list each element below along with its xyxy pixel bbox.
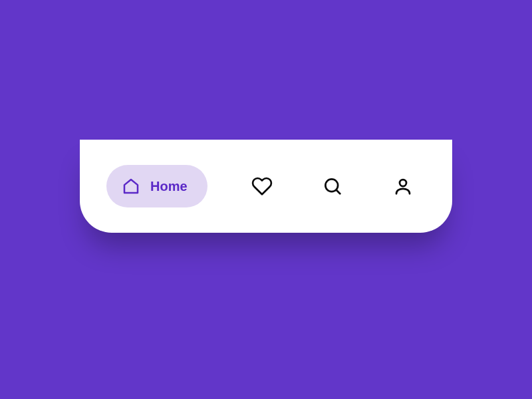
nav-item-search[interactable] <box>317 165 348 207</box>
svg-line-1 <box>336 190 340 194</box>
bottom-navigation: Home <box>80 140 452 233</box>
home-icon <box>121 176 141 196</box>
nav-item-home[interactable]: Home <box>106 165 207 207</box>
heart-icon <box>251 176 273 197</box>
svg-point-2 <box>400 180 406 186</box>
nav-item-label: Home <box>150 179 188 194</box>
nav-item-profile[interactable] <box>387 165 419 207</box>
nav-item-favorites[interactable] <box>246 165 278 207</box>
search-icon <box>323 176 342 196</box>
user-icon <box>393 176 413 196</box>
